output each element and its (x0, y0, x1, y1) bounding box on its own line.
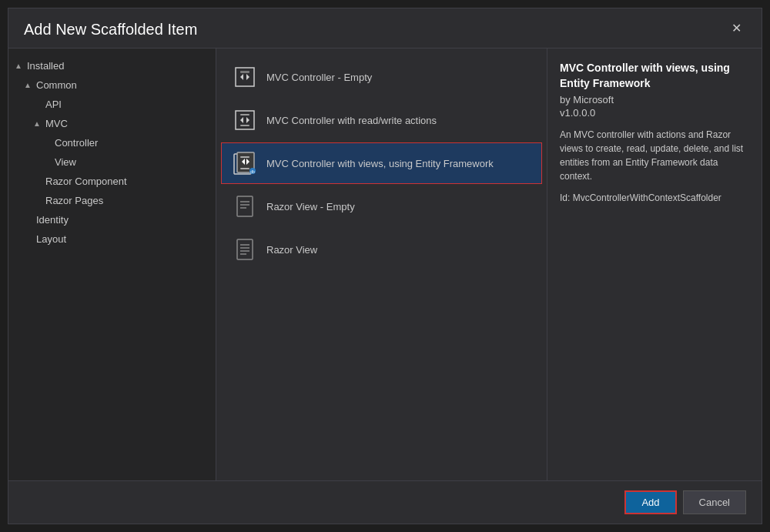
sidebar-item-label-razor-component: Razor Component (45, 176, 127, 187)
scaffold-item-label-razor-view: Razor View (266, 244, 317, 256)
razor-empty-icon (231, 192, 259, 220)
footer: Add Cancel (8, 480, 762, 524)
item-list: MVC Controller - Empty MVC Controller w (216, 49, 547, 480)
arrow-api (33, 100, 42, 109)
svg-rect-4 (240, 125, 249, 126)
sidebar-item-label-installed: Installed (27, 60, 64, 72)
sidebar-item-razor-component[interactable]: Razor Component (8, 172, 216, 191)
sidebar-item-mvc[interactable]: ▲ MVC (8, 114, 216, 133)
scaffold-item-label-mvc-ef: MVC Controller with views, using Entity … (266, 158, 494, 169)
detail-version: v1.0.0.0 (560, 107, 749, 119)
close-button[interactable]: ✕ (727, 21, 746, 36)
sidebar-item-common[interactable]: ▲ Common (8, 75, 216, 95)
detail-author: by Microsoft (560, 94, 749, 105)
sidebar-item-controller[interactable]: Controller (8, 133, 216, 152)
sidebar: ▲ Installed ▲ Common API (8, 49, 216, 480)
scaffold-item-label-razor-empty: Razor View - Empty (266, 201, 355, 212)
scaffold-item-razor-empty[interactable]: Razor View - Empty (221, 186, 542, 227)
razor-view-icon (231, 236, 259, 263)
arrow-installed: ▲ (15, 62, 24, 70)
detail-id: Id: MvcControllerWithContextScaffolder (560, 192, 749, 203)
sidebar-item-label-mvc: MVC (45, 118, 68, 129)
sidebar-item-layout[interactable]: Layout (8, 229, 216, 249)
add-button[interactable]: Add (624, 490, 676, 514)
svg-rect-11 (237, 196, 253, 216)
sidebar-item-label-api: API (45, 99, 62, 110)
scaffold-item-label-mvc-empty: MVC Controller - Empty (266, 72, 372, 83)
scaffold-item-mvc-readwrite[interactable]: MVC Controller with read/write actions (221, 99, 542, 141)
sidebar-item-razor-pages[interactable]: Razor Pages (8, 191, 216, 210)
arrow-razor-pages (33, 196, 42, 205)
dialog-title: Add New Scaffolded Item (24, 21, 197, 38)
svg-rect-2 (236, 111, 254, 129)
mvc-readwrite-icon (231, 106, 259, 134)
svg-text:db: db (250, 169, 255, 174)
arrow-controller (42, 139, 52, 147)
arrow-mvc: ▲ (33, 119, 42, 128)
main-panel: MVC Controller - Empty MVC Controller w (216, 49, 762, 480)
detail-description: An MVC controller with actions and Razor… (560, 128, 749, 183)
scaffold-item-label-mvc-readwrite: MVC Controller with read/write actions (266, 115, 437, 126)
svg-rect-7 (240, 156, 249, 158)
mvc-empty-icon (231, 63, 259, 91)
sidebar-item-identity[interactable]: Identity (8, 210, 216, 229)
content-area: ▲ Installed ▲ Common API (8, 49, 762, 480)
add-scaffolded-item-dialog: Add New Scaffolded Item ✕ ▲ Installed ▲ … (8, 8, 762, 524)
sidebar-item-label-view: View (55, 156, 76, 168)
title-bar: Add New Scaffolded Item ✕ (8, 8, 762, 49)
mvc-ef-icon: db (231, 149, 259, 177)
scaffold-item-mvc-empty[interactable]: MVC Controller - Empty (221, 56, 542, 98)
sidebar-item-label-common: Common (36, 79, 77, 91)
sidebar-item-label-layout: Layout (36, 233, 66, 245)
sidebar-item-installed[interactable]: ▲ Installed (8, 56, 216, 75)
arrow-view (42, 158, 52, 166)
scaffold-item-mvc-ef[interactable]: db MVC Controller with views, using Enti… (221, 142, 542, 184)
sidebar-item-label-razor-pages: Razor Pages (45, 195, 103, 206)
svg-rect-0 (236, 68, 254, 86)
arrow-common: ▲ (24, 81, 33, 89)
detail-title: MVC Controller with views, using Entity … (560, 61, 749, 91)
scaffold-item-razor-view[interactable]: Razor View (221, 229, 542, 270)
svg-rect-8 (240, 168, 249, 169)
sidebar-item-view[interactable]: View (8, 152, 216, 172)
sidebar-item-label-controller: Controller (55, 137, 98, 149)
svg-rect-1 (240, 71, 249, 73)
arrow-identity (24, 216, 33, 224)
svg-rect-15 (237, 239, 253, 259)
detail-panel: MVC Controller with views, using Entity … (547, 49, 762, 480)
svg-rect-3 (240, 114, 249, 115)
arrow-razor-component (33, 177, 42, 186)
arrow-layout (24, 235, 33, 243)
sidebar-item-label-identity: Identity (36, 214, 69, 226)
cancel-button[interactable]: Cancel (683, 490, 746, 514)
sidebar-item-api[interactable]: API (8, 95, 216, 114)
